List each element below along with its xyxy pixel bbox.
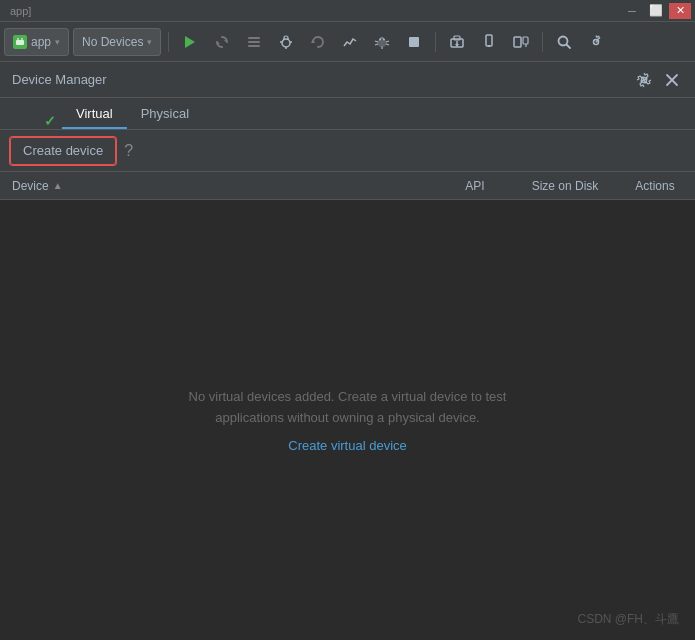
svg-line-35 xyxy=(567,44,571,48)
app-dropdown-arrow: ▾ xyxy=(55,37,60,47)
app-label: app xyxy=(31,35,51,49)
help-icon[interactable]: ? xyxy=(124,142,133,160)
run-button[interactable] xyxy=(176,28,204,56)
title-bar: app] ─ ⬜ ✕ xyxy=(0,0,695,22)
col-actions-header: Actions xyxy=(615,179,695,193)
tab-checkmark: ✓ xyxy=(44,113,56,129)
dm-toolbar: Create device ? xyxy=(0,130,695,172)
svg-marker-3 xyxy=(185,36,195,48)
device-group: No Devices ▾ xyxy=(73,28,161,56)
col-device-header: Device ▲ xyxy=(0,179,435,193)
table-header: Device ▲ API Size on Disk Actions xyxy=(0,172,695,200)
svg-rect-8 xyxy=(248,45,260,47)
svg-point-18 xyxy=(383,38,385,40)
minimize-button[interactable]: ─ xyxy=(621,3,643,19)
title-bar-text: app] xyxy=(4,5,621,17)
stop-icon xyxy=(406,34,422,50)
close-button[interactable]: ✕ xyxy=(669,3,691,19)
sync-icon xyxy=(214,34,230,50)
svg-line-22 xyxy=(386,44,389,45)
app-icon xyxy=(13,35,27,49)
sync-button[interactable] xyxy=(208,28,236,56)
tab-physical-label: Physical xyxy=(141,106,189,121)
dm-content: No virtual devices added. Create a virtu… xyxy=(0,200,695,640)
svg-line-19 xyxy=(375,41,378,42)
dm-close-icon xyxy=(665,73,679,87)
settings-icon xyxy=(588,34,604,50)
svg-rect-6 xyxy=(248,37,260,39)
create-virtual-link[interactable]: Create virtual device xyxy=(288,438,407,453)
svg-point-11 xyxy=(287,38,289,40)
stop-button[interactable] xyxy=(400,28,428,56)
toolbar-separator-2 xyxy=(435,32,436,52)
no-devices-button[interactable]: No Devices ▾ xyxy=(73,28,161,56)
search-icon xyxy=(556,34,572,50)
empty-message-line2: applications without owning a physical d… xyxy=(189,408,507,429)
create-device-label: Create device xyxy=(23,143,103,158)
col-api-header: API xyxy=(435,179,515,193)
watermark: CSDN @FH、斗鷹 xyxy=(577,611,679,628)
app-group: app ▾ xyxy=(4,28,69,56)
col-device-label: Device xyxy=(12,179,49,193)
svg-rect-24 xyxy=(409,37,419,47)
refresh-icon xyxy=(310,34,326,50)
svg-rect-30 xyxy=(488,45,490,47)
toolbar: app ▾ No Devices ▾ xyxy=(0,22,695,62)
device-manager: Device Manager ✓ Virtual xyxy=(0,62,695,640)
tab-virtual[interactable]: Virtual xyxy=(62,100,127,129)
dm-header-icons xyxy=(633,69,683,91)
col-size-header: Size on Disk xyxy=(515,179,615,193)
search-button[interactable] xyxy=(550,28,578,56)
title-bar-buttons: ─ ⬜ ✕ xyxy=(621,3,691,19)
empty-message: No virtual devices added. Create a virtu… xyxy=(189,387,507,429)
toolbar-separator-3 xyxy=(542,32,543,52)
create-device-button[interactable]: Create device xyxy=(10,137,116,165)
dm-close-button[interactable] xyxy=(661,69,683,91)
svg-rect-31 xyxy=(514,37,521,47)
avd-icon xyxy=(512,33,530,51)
avd-button[interactable] xyxy=(507,28,535,56)
tasks-button[interactable] xyxy=(240,28,268,56)
empty-message-line1: No virtual devices added. Create a virtu… xyxy=(189,387,507,408)
deploy-icon xyxy=(448,33,466,51)
run-icon xyxy=(182,34,198,50)
svg-rect-26 xyxy=(454,36,460,40)
android-icon xyxy=(15,37,25,47)
deploy-button[interactable] xyxy=(443,28,471,56)
profiler-button[interactable] xyxy=(336,28,364,56)
dm-header: Device Manager xyxy=(0,62,695,98)
svg-line-21 xyxy=(386,41,389,42)
svg-rect-32 xyxy=(523,37,528,44)
settings-button[interactable] xyxy=(582,28,610,56)
tasks-icon xyxy=(246,34,262,50)
svg-point-16 xyxy=(378,39,386,46)
dm-gear-icon xyxy=(636,72,652,88)
phone-icon xyxy=(481,34,497,50)
sort-arrow-icon: ▲ xyxy=(53,180,63,191)
debug-icon xyxy=(278,34,294,50)
dm-title: Device Manager xyxy=(12,72,107,87)
dm-gear-button[interactable] xyxy=(633,69,655,91)
svg-rect-7 xyxy=(248,41,260,43)
no-devices-label: No Devices xyxy=(82,35,143,49)
debug-button[interactable] xyxy=(272,28,300,56)
dm-tabs: ✓ Virtual Physical xyxy=(0,98,695,130)
app-selector-button[interactable]: app ▾ xyxy=(4,28,69,56)
svg-point-17 xyxy=(379,38,381,40)
toolbar-separator-1 xyxy=(168,32,169,52)
bug2-button[interactable] xyxy=(368,28,396,56)
tab-physical[interactable]: Physical xyxy=(127,100,203,129)
svg-point-9 xyxy=(282,39,290,47)
bug2-icon xyxy=(374,34,390,50)
phone-button[interactable] xyxy=(475,28,503,56)
restore-button[interactable]: ⬜ xyxy=(645,3,667,19)
svg-rect-0 xyxy=(16,40,24,45)
svg-point-10 xyxy=(283,38,285,40)
no-devices-dropdown-arrow: ▾ xyxy=(147,37,152,47)
refresh-button[interactable] xyxy=(304,28,332,56)
profiler-icon xyxy=(342,34,358,50)
svg-line-20 xyxy=(375,44,378,45)
tab-virtual-label: Virtual xyxy=(76,106,113,121)
svg-rect-29 xyxy=(486,35,492,46)
